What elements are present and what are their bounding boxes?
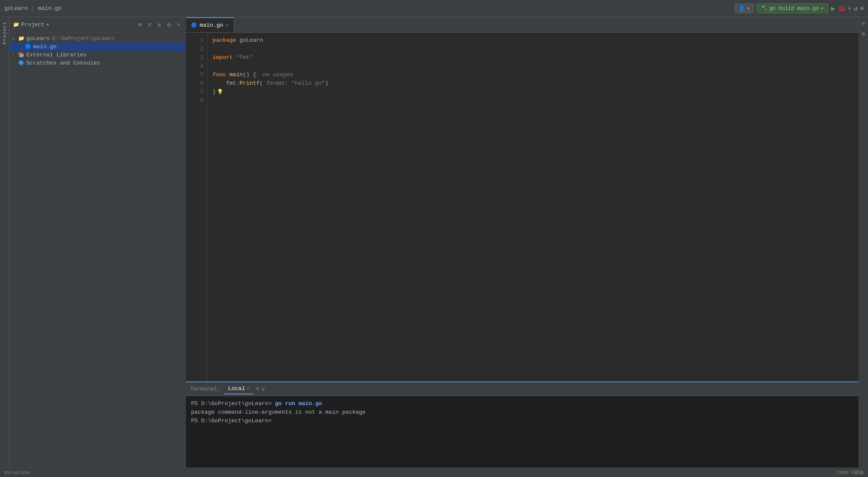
go-file-icon: 🔵 xyxy=(25,43,31,50)
str-hello: "hello go" xyxy=(291,79,325,88)
titlebar: goLearn | main.go 👤 ▾ 🔨 go build main.go… xyxy=(0,0,868,17)
tree-name-scratches: Scratches and Consoles xyxy=(26,60,100,66)
lib-icon: 📚 xyxy=(18,52,25,58)
paren-5: () { xyxy=(243,71,263,79)
project-tree: ∨ 📁 goLearn D:\GoProject\goLearn 🔵 main.… xyxy=(9,33,185,468)
code-line-5: ⊟ func main () { no usages xyxy=(213,71,853,79)
refresh-button[interactable]: ↺ xyxy=(854,5,857,12)
term-prompt-1: PS D:\GoProject\goLearn> xyxy=(191,400,275,407)
code-line-4 xyxy=(213,62,853,71)
terminal-tab-close[interactable]: × xyxy=(247,386,250,391)
line-num-3: 3 xyxy=(186,53,204,62)
term-line-2: package command-line-arguments is not a … xyxy=(191,408,853,417)
tab-name: main.go xyxy=(200,22,223,28)
project-panel: 📁 Project ▾ ⊕ ≡ ⇅ ⚙ × ∨ 📁 goLearn D:\GoP… xyxy=(9,17,186,468)
app-name[interactable]: goLearn xyxy=(4,5,28,12)
kw-func: func xyxy=(213,71,226,79)
indent-6 xyxy=(213,79,226,88)
project-toolbar: 📁 Project ▾ ⊕ ≡ ⇅ ⚙ × xyxy=(9,17,185,33)
fn-main: main xyxy=(229,71,243,79)
line-num-7: 7 xyxy=(186,88,204,96)
bottom-strip: Structure CSDN ©插画 xyxy=(0,468,868,477)
terminal-add-btn[interactable]: + xyxy=(256,385,260,393)
run-config-button[interactable]: 🔨 go build main.go ▾ xyxy=(757,3,828,13)
line-num-6: 6 xyxy=(186,79,204,88)
right-icon-2[interactable]: ⚙ xyxy=(862,31,865,37)
tab-close-btn[interactable]: × xyxy=(226,23,229,28)
tree-path-golearn: D:\GoProject\goLearn xyxy=(53,36,114,42)
close-panel-btn[interactable]: × xyxy=(175,21,182,29)
terminal-content[interactable]: PS D:\GoProject\goLearn> go run main.go … xyxy=(186,396,859,468)
run-button[interactable]: ▶ xyxy=(831,4,835,13)
code-line-6: fmt . Printf ( format: "hello go" ) xyxy=(213,79,853,88)
term-cmd-1: go run main.go xyxy=(275,400,322,407)
code-editor: 1 2 3 4 5 6 7 8 package goLearn imp xyxy=(186,33,859,381)
space-6b xyxy=(288,79,291,88)
right-strip: ≡ ⚙ xyxy=(859,17,868,468)
right-icon-1[interactable]: ≡ xyxy=(862,21,865,27)
project-dropdown-icon: ▾ xyxy=(46,22,49,28)
line-num-1: 1 xyxy=(186,36,204,45)
main-layout: Project 📁 Project ▾ ⊕ ≡ ⇅ ⚙ × ∨ 📁 goLear… xyxy=(0,17,868,468)
locate-icon-btn[interactable]: ⊕ xyxy=(136,20,143,29)
tree-name-golearn: goLearn xyxy=(26,35,50,42)
run-config-label: go build main.go xyxy=(769,6,819,12)
editor-area: 🔵 main.go × 1 2 3 4 5 6 7 8 package xyxy=(186,17,859,468)
close-paren-6: ) xyxy=(325,79,328,88)
project-label: Project xyxy=(21,22,45,28)
project-side-label[interactable]: Project xyxy=(2,22,7,44)
param-format: format: xyxy=(266,79,288,88)
tree-arrow-extlibs: › xyxy=(12,53,18,57)
terminal-tabbar: Terminal: Local × + ∨ xyxy=(186,382,859,396)
space-5a xyxy=(226,71,229,79)
more-button[interactable]: ≡ xyxy=(860,5,864,12)
project-title[interactable]: 📁 Project ▾ xyxy=(13,22,49,28)
line-num-2: 2 xyxy=(186,45,204,53)
line-num-8: 8 xyxy=(186,96,204,105)
pkg-golearn: goLearn xyxy=(236,36,263,45)
title-file: main.go xyxy=(38,5,62,12)
user-button[interactable]: 👤 ▾ xyxy=(735,3,754,13)
user-dropdown-icon: ▾ xyxy=(747,5,750,12)
tree-name-extlibs: External Libraries xyxy=(26,52,86,58)
term-prompt-2: PS D:\GoProject\goLearn> xyxy=(191,418,272,424)
code-line-7: ⊟ } 💡 xyxy=(213,88,853,96)
line-num-4: 4 xyxy=(186,62,204,71)
tree-item-extlibs[interactable]: › 📚 External Libraries xyxy=(9,51,185,59)
term-line-3: PS D:\GoProject\goLearn> xyxy=(191,417,853,425)
folder-icon: 📁 xyxy=(13,22,19,28)
settings-btn[interactable]: ⚙ xyxy=(165,20,172,29)
lightbulb-icon[interactable]: 💡 xyxy=(217,88,223,96)
folder-icon-golearn: 📁 xyxy=(18,35,25,42)
coverage-button[interactable]: ⚡ xyxy=(848,5,851,12)
run-config-icon: 🔨 xyxy=(761,5,768,12)
tree-name-main: main.go xyxy=(33,43,57,50)
titlebar-left: goLearn | main.go xyxy=(4,5,62,12)
code-line-1: package goLearn xyxy=(213,36,853,45)
term-line-1: PS D:\GoProject\goLearn> go run main.go xyxy=(191,400,853,408)
terminal-tab-local[interactable]: Local × xyxy=(224,384,254,394)
pkg-fmt: fmt xyxy=(226,79,236,88)
expand-btn[interactable]: ⇅ xyxy=(156,20,163,29)
code-content[interactable]: package goLearn import "fmt" ⊟ func xyxy=(207,33,859,381)
terminal-label: Terminal: xyxy=(190,386,220,392)
line-numbers: 1 2 3 4 5 6 7 8 xyxy=(186,33,207,381)
editor-tab-maingo[interactable]: 🔵 main.go × xyxy=(186,17,234,32)
tree-item-scratches[interactable]: 🔷 Scratches and Consoles xyxy=(9,59,185,67)
structure-label[interactable]: Structure xyxy=(4,470,30,475)
open-paren-6: ( xyxy=(259,79,263,88)
terminal-chevron[interactable]: ∨ xyxy=(261,385,265,393)
debug-button[interactable]: 🐞 xyxy=(838,5,845,12)
user-icon: 👤 xyxy=(738,5,745,12)
code-line-8 xyxy=(213,96,853,105)
comment-nousages: no usages xyxy=(263,71,293,79)
tree-arrow-golearn: ∨ xyxy=(12,36,18,41)
collapse-all-btn[interactable]: ≡ xyxy=(146,21,153,29)
import-space xyxy=(233,53,236,62)
run-config-dropdown: ▾ xyxy=(821,5,824,12)
left-strip: Project xyxy=(0,17,9,468)
tree-item-golearn[interactable]: ∨ 📁 goLearn D:\GoProject\goLearn xyxy=(9,34,185,43)
space-6a xyxy=(263,79,266,88)
tree-item-maingo[interactable]: 🔵 main.go xyxy=(9,43,185,51)
terminal-tab-name: Local xyxy=(228,385,245,392)
